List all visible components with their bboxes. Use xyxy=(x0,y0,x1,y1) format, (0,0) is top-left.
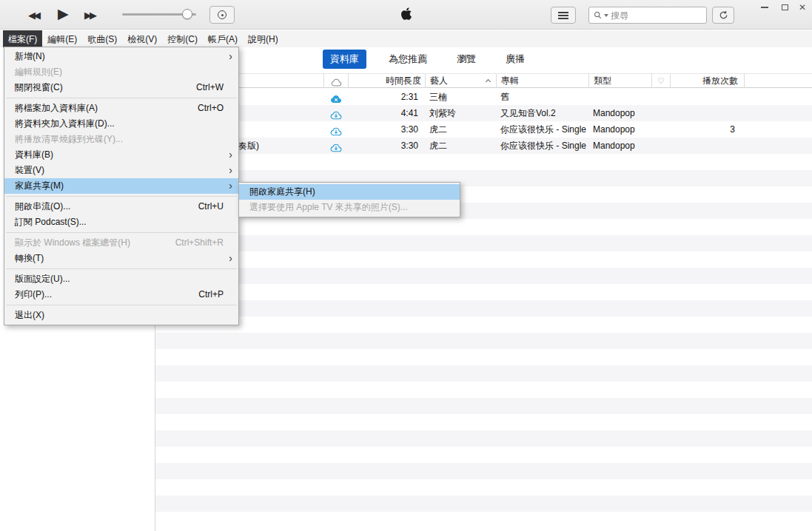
song-plays xyxy=(670,89,744,105)
song-artist: 刘紫玲 xyxy=(425,105,496,121)
column-header-loved[interactable]: ♡ xyxy=(651,74,670,88)
refresh-icon xyxy=(719,10,728,20)
sort-ascending-icon xyxy=(486,79,491,84)
menu-item-label: 資料庫(B) xyxy=(15,149,53,160)
table-row xyxy=(155,463,812,479)
menubar-item[interactable]: 說明(H) xyxy=(243,30,283,47)
tab-廣播[interactable]: 廣播 xyxy=(498,50,532,69)
refresh-button[interactable] xyxy=(712,7,734,24)
close-button[interactable]: ✕ xyxy=(793,0,812,15)
minimize-button[interactable] xyxy=(755,0,774,15)
table-row xyxy=(155,284,812,300)
table-row[interactable]: 3:30虎二你应该很快乐 - SingleMandopop3 xyxy=(155,121,812,138)
submenu-arrow-icon: › xyxy=(229,251,232,266)
song-genre: Mandopop xyxy=(588,121,651,138)
table-row xyxy=(155,398,812,414)
menu-item-label: 選擇要使用 Apple TV 來共享的照片(S)... xyxy=(249,202,408,212)
column-header-spacer xyxy=(744,74,812,88)
file-menu-item[interactable]: 訂閱 Podcast(S)... xyxy=(4,214,238,230)
table-row xyxy=(155,447,812,463)
tab-資料庫[interactable]: 資料庫 xyxy=(323,50,366,69)
itunes-window: ◀◀ ▶ ▶▶ ✕ 檔案(F)編輯(E)歌曲(S)檢視(V)控制(C)帳戶(A)… xyxy=(0,0,812,531)
song-duration: 3:30 xyxy=(348,138,425,154)
apple-logo-icon xyxy=(400,7,412,24)
file-menu-item[interactable]: 裝置(V)› xyxy=(4,163,238,178)
table-row[interactable]: 伴奏版)3:30虎二你应该很快乐 - SingleMandopop xyxy=(155,138,812,154)
menu-item-label: 版面設定(U)... xyxy=(15,274,70,284)
menu-item-label: 將檔案加入資料庫(A) xyxy=(15,103,98,113)
menu-item-shortcut: Ctrl+W xyxy=(196,80,224,95)
menubar-item[interactable]: 控制(C) xyxy=(162,30,203,47)
file-menu-item[interactable]: 關閉視窗(C)Ctrl+W xyxy=(4,80,238,95)
up-next-list-button[interactable] xyxy=(551,7,576,24)
column-header-duration[interactable]: 時間長度 xyxy=(348,74,425,88)
table-row[interactable]: 2:31三楠舊 xyxy=(155,89,812,105)
cloud-status-icon[interactable] xyxy=(323,121,348,138)
file-menu-item[interactable]: 資料庫(B)› xyxy=(4,147,238,163)
cloud-status-icon[interactable] xyxy=(323,89,348,105)
previous-track-button[interactable]: ◀◀ xyxy=(28,10,38,21)
airplay-button[interactable] xyxy=(209,6,235,24)
file-menu-item[interactable]: 將檔案加入資料庫(A)Ctrl+O xyxy=(4,101,238,116)
table-row xyxy=(155,251,812,268)
table-row xyxy=(155,430,812,447)
file-menu-item[interactable]: 新增(N)› xyxy=(4,49,238,64)
menu-item-label: 家庭共享(M) xyxy=(15,180,64,191)
file-menu-item[interactable]: 顯示於 Windows 檔案總管(H)Ctrl+Shift+R xyxy=(4,235,238,251)
menu-item-label: 轉換(T) xyxy=(15,253,44,263)
file-menu-item[interactable]: 轉換(T)› xyxy=(4,251,238,266)
song-plays xyxy=(670,105,744,121)
menubar-item[interactable]: 檔案(F) xyxy=(3,30,42,47)
song-album: 你应该很快乐 - Single xyxy=(496,121,588,138)
search-box[interactable] xyxy=(588,7,707,24)
song-duration: 4:41 xyxy=(348,105,425,121)
file-menu-item[interactable]: 列印(P)...Ctrl+P xyxy=(4,287,238,302)
menubar-item[interactable]: 帳戶(A) xyxy=(203,30,243,47)
tab-為您推薦[interactable]: 為您推薦 xyxy=(381,50,434,69)
menubar-item[interactable]: 編輯(E) xyxy=(42,30,82,47)
table-row xyxy=(155,235,812,251)
song-duration: 3:30 xyxy=(348,121,425,138)
file-menu-item[interactable]: 開啟串流(O)...Ctrl+U xyxy=(4,199,238,214)
cloud-status-icon[interactable] xyxy=(323,138,348,154)
maximize-button[interactable] xyxy=(775,0,794,15)
menu-item-shortcut: Ctrl+Shift+R xyxy=(175,235,224,251)
column-header-artist[interactable]: 藝人 xyxy=(425,74,496,88)
menu-item-label: 新增(N) xyxy=(15,51,45,61)
submenu-arrow-icon: › xyxy=(229,163,232,177)
column-header-genre[interactable]: 類型 xyxy=(588,74,651,88)
volume-slider-knob[interactable] xyxy=(182,9,192,19)
next-track-button[interactable]: ▶▶ xyxy=(84,10,95,21)
cloud-status-icon[interactable] xyxy=(323,105,348,121)
song-plays: 3 xyxy=(670,121,744,138)
table-row xyxy=(155,496,812,512)
column-header-cloud[interactable] xyxy=(323,74,348,88)
table-row xyxy=(155,479,812,496)
menu-separator xyxy=(6,305,237,305)
menu-item-label: 關閉視窗(C) xyxy=(15,82,63,92)
table-row xyxy=(155,382,812,398)
column-header-album[interactable]: 專輯 xyxy=(496,74,588,88)
play-button[interactable]: ▶ xyxy=(58,5,69,22)
file-menu-item[interactable]: 退出(X) xyxy=(4,308,238,323)
file-menu-item[interactable]: 編輯規則(E) xyxy=(4,64,238,80)
menu-separator xyxy=(6,232,237,233)
home-sharing-submenu-item[interactable]: 開啟家庭共享(H) xyxy=(239,184,460,200)
menu-item-shortcut: Ctrl+O xyxy=(198,101,224,116)
tab-瀏覽[interactable]: 瀏覽 xyxy=(449,50,483,69)
file-menu-item[interactable]: 將播放清單燒錄到光碟(Y)... xyxy=(4,132,238,147)
home-sharing-submenu: 開啟家庭共享(H)選擇要使用 Apple TV 來共享的照片(S)... xyxy=(238,182,460,217)
search-options-chevron-icon[interactable] xyxy=(604,14,608,17)
toolbar: ◀◀ ▶ ▶▶ ✕ xyxy=(0,0,812,30)
home-sharing-submenu-item[interactable]: 選擇要使用 Apple TV 來共享的照片(S)... xyxy=(239,200,460,215)
file-menu-item[interactable]: 將資料夾加入資料庫(D)... xyxy=(4,116,238,132)
search-input[interactable] xyxy=(611,10,702,21)
menubar-item[interactable]: 歌曲(S) xyxy=(82,30,122,47)
table-row[interactable]: 4:41刘紫玲又见知音Vol.2Mandopop xyxy=(155,105,812,121)
file-menu-item[interactable]: 版面設定(U)... xyxy=(4,271,238,287)
file-menu-item[interactable]: 家庭共享(M)› xyxy=(4,178,238,194)
column-header-plays[interactable]: 播放次數 xyxy=(670,74,744,88)
song-genre: Mandopop xyxy=(588,138,651,154)
song-artist: 虎二 xyxy=(425,138,496,154)
menubar-item[interactable]: 檢視(V) xyxy=(122,30,162,47)
